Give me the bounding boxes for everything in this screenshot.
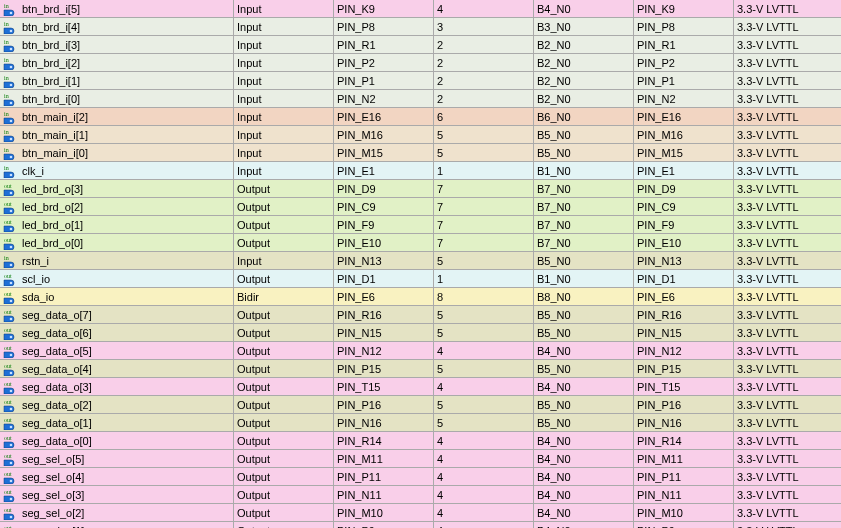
direction-cell[interactable]: Input <box>234 18 334 35</box>
iobank-cell[interactable]: 6 <box>434 108 534 125</box>
vref-cell[interactable]: B4_N0 <box>534 468 634 485</box>
iobank-cell[interactable]: 2 <box>434 72 534 89</box>
table-row[interactable]: out seg_data_o[6]OutputPIN_N155B5_N0PIN_… <box>0 324 841 342</box>
location-cell[interactable]: PIN_R14 <box>334 432 434 449</box>
iobank-cell[interactable]: 1 <box>434 270 534 287</box>
table-row[interactable]: out seg_data_o[4]OutputPIN_P155B5_N0PIN_… <box>0 360 841 378</box>
direction-cell[interactable]: Output <box>234 180 334 197</box>
iobank-cell[interactable]: 2 <box>434 54 534 71</box>
vref-cell[interactable]: B2_N0 <box>534 54 634 71</box>
location-cell[interactable]: PIN_R1 <box>334 36 434 53</box>
iostandard-cell[interactable]: 3.3-V LVTTL <box>734 198 841 215</box>
fitter-location-cell[interactable]: PIN_E16 <box>634 108 734 125</box>
direction-cell[interactable]: Output <box>234 450 334 467</box>
direction-cell[interactable]: Output <box>234 468 334 485</box>
iobank-cell[interactable]: 7 <box>434 216 534 233</box>
iobank-cell[interactable]: 2 <box>434 36 534 53</box>
iobank-cell[interactable]: 1 <box>434 162 534 179</box>
fitter-location-cell[interactable]: PIN_M11 <box>634 450 734 467</box>
table-row[interactable]: out seg_sel_o[5]OutputPIN_M114B4_N0PIN_M… <box>0 450 841 468</box>
iostandard-cell[interactable]: 3.3-V LVTTL <box>734 234 841 251</box>
location-cell[interactable]: PIN_P1 <box>334 72 434 89</box>
vref-cell[interactable]: B5_N0 <box>534 360 634 377</box>
direction-cell[interactable]: Output <box>234 324 334 341</box>
direction-cell[interactable]: Output <box>234 306 334 323</box>
vref-cell[interactable]: B5_N0 <box>534 306 634 323</box>
iobank-cell[interactable]: 2 <box>434 90 534 107</box>
location-cell[interactable]: PIN_K9 <box>334 0 434 17</box>
location-cell[interactable]: PIN_M15 <box>334 144 434 161</box>
vref-cell[interactable]: B5_N0 <box>534 324 634 341</box>
vref-cell[interactable]: B7_N0 <box>534 234 634 251</box>
vref-cell[interactable]: B4_N0 <box>534 342 634 359</box>
fitter-location-cell[interactable]: PIN_N2 <box>634 90 734 107</box>
iostandard-cell[interactable]: 3.3-V LVTTL <box>734 162 841 179</box>
location-cell[interactable]: PIN_R16 <box>334 306 434 323</box>
iostandard-cell[interactable]: 3.3-V LVTTL <box>734 522 841 528</box>
location-cell[interactable]: PIN_F9 <box>334 216 434 233</box>
fitter-location-cell[interactable]: PIN_C9 <box>634 198 734 215</box>
iobank-cell[interactable]: 5 <box>434 144 534 161</box>
table-row[interactable]: out led_brd_o[0]OutputPIN_E107B7_N0PIN_E… <box>0 234 841 252</box>
location-cell[interactable]: PIN_C9 <box>334 198 434 215</box>
iostandard-cell[interactable]: 3.3-V LVTTL <box>734 144 841 161</box>
location-cell[interactable]: PIN_M16 <box>334 126 434 143</box>
location-cell[interactable]: PIN_N12 <box>334 342 434 359</box>
vref-cell[interactable]: B1_N0 <box>534 270 634 287</box>
fitter-location-cell[interactable]: PIN_P1 <box>634 72 734 89</box>
iostandard-cell[interactable]: 3.3-V LVTTL <box>734 378 841 395</box>
iostandard-cell[interactable]: 3.3-V LVTTL <box>734 126 841 143</box>
table-row[interactable]: out seg_sel_o[3]OutputPIN_N114B4_N0PIN_N… <box>0 486 841 504</box>
location-cell[interactable]: PIN_E10 <box>334 234 434 251</box>
direction-cell[interactable]: Output <box>234 270 334 287</box>
location-cell[interactable]: PIN_E16 <box>334 108 434 125</box>
table-row[interactable]: out scl_ioOutputPIN_D11B1_N0PIN_D13.3-V … <box>0 270 841 288</box>
table-row[interactable]: in btn_brd_i[0]InputPIN_N22B2_N0PIN_N23.… <box>0 90 841 108</box>
table-row[interactable]: out seg_sel_o[4]OutputPIN_P114B4_N0PIN_P… <box>0 468 841 486</box>
location-cell[interactable]: PIN_M11 <box>334 450 434 467</box>
iobank-cell[interactable]: 4 <box>434 504 534 521</box>
iobank-cell[interactable]: 5 <box>434 396 534 413</box>
direction-cell[interactable]: Input <box>234 162 334 179</box>
iostandard-cell[interactable]: 3.3-V LVTTL <box>734 36 841 53</box>
vref-cell[interactable]: B4_N0 <box>534 0 634 17</box>
direction-cell[interactable]: Input <box>234 126 334 143</box>
vref-cell[interactable]: B1_N0 <box>534 162 634 179</box>
iostandard-cell[interactable]: 3.3-V LVTTL <box>734 468 841 485</box>
table-row[interactable]: out sda_ioBidirPIN_E68B8_N0PIN_E63.3-V L… <box>0 288 841 306</box>
direction-cell[interactable]: Output <box>234 522 334 528</box>
table-row[interactable]: out seg_data_o[7]OutputPIN_R165B5_N0PIN_… <box>0 306 841 324</box>
iostandard-cell[interactable]: 3.3-V LVTTL <box>734 414 841 431</box>
location-cell[interactable]: PIN_P11 <box>334 468 434 485</box>
location-cell[interactable]: PIN_N15 <box>334 324 434 341</box>
iobank-cell[interactable]: 5 <box>434 360 534 377</box>
table-row[interactable]: in btn_main_i[1]InputPIN_M165B5_N0PIN_M1… <box>0 126 841 144</box>
direction-cell[interactable]: Input <box>234 252 334 269</box>
iostandard-cell[interactable]: 3.3-V LVTTL <box>734 306 841 323</box>
table-row[interactable]: out seg_data_o[5]OutputPIN_N124B4_N0PIN_… <box>0 342 841 360</box>
fitter-location-cell[interactable]: PIN_P11 <box>634 468 734 485</box>
iostandard-cell[interactable]: 3.3-V LVTTL <box>734 504 841 521</box>
table-row[interactable]: in btn_brd_i[2]InputPIN_P22B2_N0PIN_P23.… <box>0 54 841 72</box>
location-cell[interactable]: PIN_P15 <box>334 360 434 377</box>
table-row[interactable]: in rstn_iInputPIN_N135B5_N0PIN_N133.3-V … <box>0 252 841 270</box>
direction-cell[interactable]: Output <box>234 342 334 359</box>
vref-cell[interactable]: B7_N0 <box>534 216 634 233</box>
fitter-location-cell[interactable]: PIN_D9 <box>634 180 734 197</box>
table-row[interactable]: in clk_iInputPIN_E11B1_N0PIN_E13.3-V LVT… <box>0 162 841 180</box>
vref-cell[interactable]: B4_N0 <box>534 504 634 521</box>
iobank-cell[interactable]: 7 <box>434 234 534 251</box>
location-cell[interactable]: PIN_D9 <box>334 180 434 197</box>
direction-cell[interactable]: Input <box>234 0 334 17</box>
vref-cell[interactable]: B2_N0 <box>534 36 634 53</box>
direction-cell[interactable]: Input <box>234 90 334 107</box>
table-row[interactable]: in btn_main_i[0]InputPIN_M155B5_N0PIN_M1… <box>0 144 841 162</box>
fitter-location-cell[interactable]: PIN_E1 <box>634 162 734 179</box>
table-row[interactable]: in btn_main_i[2]InputPIN_E166B6_N0PIN_E1… <box>0 108 841 126</box>
fitter-location-cell[interactable]: PIN_P15 <box>634 360 734 377</box>
fitter-location-cell[interactable]: PIN_N11 <box>634 486 734 503</box>
location-cell[interactable]: PIN_D1 <box>334 270 434 287</box>
direction-cell[interactable]: Input <box>234 36 334 53</box>
iobank-cell[interactable]: 5 <box>434 306 534 323</box>
fitter-location-cell[interactable]: PIN_P9 <box>634 522 734 528</box>
